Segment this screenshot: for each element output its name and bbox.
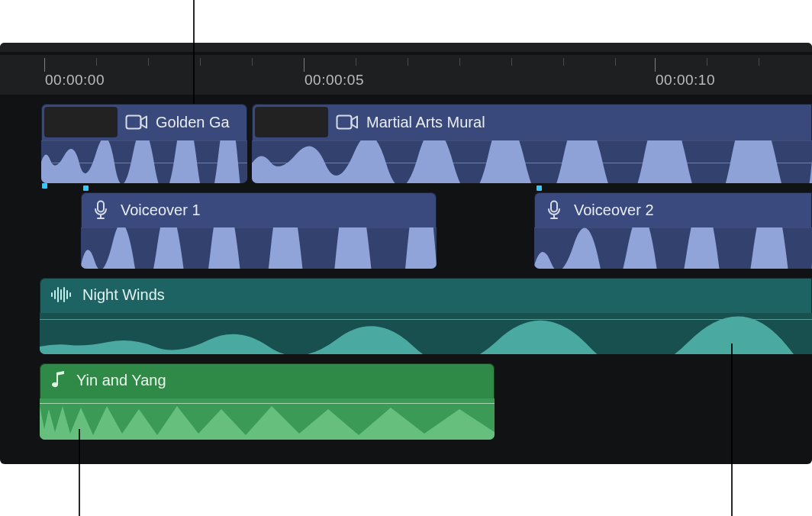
svg-rect-2 xyxy=(98,202,104,212)
voiceover-clip-2[interactable]: Voiceover 2 xyxy=(534,192,812,269)
ruler-tick-minor xyxy=(408,58,408,66)
clip-thumbnail xyxy=(44,107,118,137)
clip-title: Yin and Yang xyxy=(76,372,166,389)
voiceover-clip-1[interactable]: Voiceover 1 xyxy=(81,192,437,269)
callout-line-bottom-left xyxy=(79,464,80,516)
clip-title: Golden Ga xyxy=(156,114,230,131)
clip-title: Night Winds xyxy=(82,286,165,304)
microphone-icon xyxy=(93,200,108,220)
ruler-tick-minor xyxy=(459,58,460,66)
clip-audio-waveform[interactable] xyxy=(41,140,247,183)
sound-effect-clip-night-winds[interactable]: Night Winds xyxy=(40,278,812,354)
timeline-panel: 00:00:00 00:00:05 00:00:10 Golden Ga xyxy=(0,43,812,464)
clip-audio-waveform[interactable] xyxy=(40,398,495,440)
ruler-tick-minor xyxy=(356,58,356,66)
clip-audio-waveform[interactable] xyxy=(534,227,812,269)
ruler-tick-major xyxy=(44,58,45,72)
callout-line-bl-inner xyxy=(79,429,80,464)
ruler-tick-minor xyxy=(148,58,149,66)
ruler-time-label: 00:00:05 xyxy=(304,72,364,89)
clip-title: Voiceover 1 xyxy=(121,202,201,219)
ruler-time-label: 00:00:00 xyxy=(45,72,105,89)
ruler-tick-minor xyxy=(707,58,707,66)
ruler-tick-minor xyxy=(200,58,201,66)
ruler-tick-minor xyxy=(96,58,97,66)
ruler-tick-minor xyxy=(511,58,512,66)
anchor-marker xyxy=(536,185,542,191)
camera-icon xyxy=(125,114,148,131)
anchor-marker xyxy=(83,185,89,191)
ruler-time-label: 00:00:10 xyxy=(656,72,715,89)
ruler-tick-minor xyxy=(252,58,253,66)
clip-title: Martial Arts Mural xyxy=(366,114,485,131)
clip-audio-waveform[interactable] xyxy=(40,313,812,354)
microphone-icon xyxy=(546,200,562,220)
callout-line-br-inner xyxy=(731,343,733,464)
svg-rect-1 xyxy=(337,116,352,129)
clip-thumbnail xyxy=(255,107,328,137)
ruler-tick-minor xyxy=(615,58,616,66)
video-clip-golden-gate[interactable]: Golden Ga xyxy=(41,104,247,183)
ruler-tick-major xyxy=(655,58,656,72)
callout-line-top-inner xyxy=(193,43,195,104)
ruler-tick-minor xyxy=(759,58,759,66)
camera-icon xyxy=(336,114,359,131)
music-note-icon xyxy=(50,371,66,389)
clip-title: Voiceover 2 xyxy=(574,202,654,219)
callout-line-bottom-right xyxy=(731,464,733,516)
anchor-marker xyxy=(42,183,47,189)
ruler-tick-minor xyxy=(563,58,564,66)
timeline-tracks[interactable]: Golden Ga Martial Arts Mural xyxy=(0,95,812,464)
timeline-top-strip xyxy=(0,43,812,52)
clip-audio-waveform[interactable] xyxy=(252,140,812,183)
svg-rect-3 xyxy=(551,202,557,212)
callout-line-top xyxy=(193,0,195,43)
timeline-ruler[interactable]: 00:00:00 00:00:05 00:00:10 xyxy=(0,55,812,95)
video-clip-martial-arts-mural[interactable]: Martial Arts Mural xyxy=(252,104,812,183)
music-clip-yin-and-yang[interactable]: Yin and Yang xyxy=(40,363,495,440)
svg-rect-0 xyxy=(127,116,141,129)
soundwave-icon xyxy=(50,286,72,303)
ruler-tick-major xyxy=(304,58,304,72)
clip-audio-waveform[interactable] xyxy=(81,227,437,269)
